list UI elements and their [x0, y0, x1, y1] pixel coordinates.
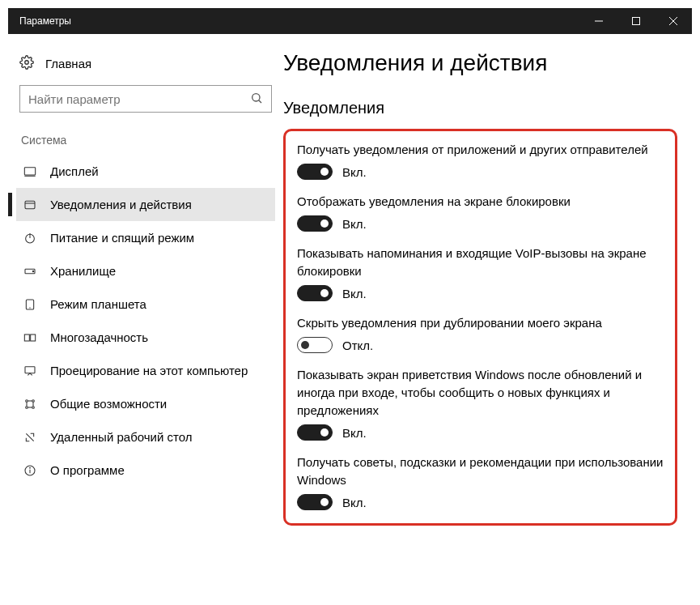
- about-icon: [23, 464, 37, 477]
- home-label: Главная: [45, 57, 91, 70]
- display-icon: [23, 165, 37, 178]
- svg-point-4: [25, 61, 29, 65]
- svg-point-5: [252, 93, 260, 100]
- toggle-state-text: Вкл.: [342, 217, 367, 231]
- svg-rect-9: [25, 201, 35, 208]
- sidebar-item-label: О программе: [50, 463, 125, 477]
- tablet-icon: [23, 298, 37, 311]
- category-label: Система: [16, 130, 275, 155]
- shared-icon: [23, 398, 37, 411]
- svg-rect-1: [633, 18, 640, 25]
- svg-rect-18: [31, 334, 36, 341]
- sidebar-item-multitasking[interactable]: Многозадачность: [16, 321, 275, 354]
- power-icon: [23, 232, 37, 245]
- sidebar-item-tablet[interactable]: Режим планшета: [16, 288, 275, 321]
- svg-rect-17: [24, 334, 29, 341]
- search-box[interactable]: [19, 85, 272, 113]
- toggle-welcome-screen[interactable]: [297, 424, 333, 441]
- sidebar-item-label: Общие возможности: [50, 397, 167, 411]
- title-bar: Параметры: [8, 8, 692, 34]
- setting-hide-when-duplicating: Скрыть уведомления при дублировании моег…: [297, 314, 664, 353]
- gear-icon: [19, 55, 34, 72]
- svg-point-22: [26, 406, 28, 408]
- setting-label: Получать уведомления от приложений и дру…: [297, 141, 664, 159]
- setting-label: Показывать экран приветствия Windows пос…: [297, 366, 664, 420]
- sidebar-item-label: Многозадачность: [50, 330, 148, 344]
- notifications-icon: [23, 198, 37, 211]
- sidebar-item-about[interactable]: О программе: [16, 454, 275, 487]
- highlighted-settings: Получать уведомления от приложений и дру…: [283, 129, 677, 526]
- svg-point-31: [30, 467, 31, 468]
- settings-window: Параметры Главная Си: [8, 8, 692, 597]
- toggle-state-text: Вкл.: [342, 426, 367, 440]
- toggle-state-text: Вкл.: [342, 165, 367, 179]
- svg-point-23: [32, 406, 35, 408]
- toggle-state-text: Откл.: [342, 339, 373, 352]
- window-title: Параметры: [19, 15, 71, 27]
- svg-point-20: [26, 399, 28, 402]
- svg-line-28: [26, 433, 33, 441]
- remote-icon: [23, 431, 37, 444]
- svg-rect-19: [25, 366, 35, 373]
- minimize-button[interactable]: [580, 8, 617, 34]
- section-title: Уведомления: [283, 99, 677, 117]
- sidebar-item-label: Режим планшета: [50, 297, 146, 311]
- toggle-state-text: Вкл.: [342, 287, 367, 300]
- storage-icon: [23, 265, 37, 278]
- svg-point-21: [32, 399, 35, 402]
- toggle-hide-when-duplicating[interactable]: [297, 337, 333, 353]
- toggle-voip-reminders[interactable]: [297, 285, 333, 301]
- content-area: Уведомления и действия Уведомления Получ…: [283, 34, 692, 597]
- sidebar-item-notifications[interactable]: Уведомления и действия: [16, 188, 275, 221]
- sidebar-item-shared[interactable]: Общие возможности: [16, 387, 275, 420]
- sidebar-item-label: Дисплей: [50, 164, 99, 178]
- sidebar-item-display[interactable]: Дисплей: [16, 155, 275, 188]
- setting-label: Получать советы, подсказки и рекомендаци…: [297, 454, 664, 489]
- search-icon: [250, 92, 263, 107]
- home-link[interactable]: Главная: [16, 50, 275, 80]
- projecting-icon: [23, 364, 37, 377]
- sidebar-item-projecting[interactable]: Проецирование на этот компьютер: [16, 354, 275, 387]
- toggle-lockscreen-notifications[interactable]: [297, 215, 333, 232]
- toggle-state-text: Вкл.: [342, 496, 367, 509]
- toggle-app-notifications[interactable]: [297, 164, 333, 180]
- search-input[interactable]: [28, 92, 250, 106]
- sidebar-item-label: Хранилище: [50, 264, 116, 278]
- svg-rect-7: [24, 167, 35, 174]
- svg-point-14: [32, 271, 33, 271]
- setting-voip-reminders: Показывать напоминания и входящие VoIP-в…: [297, 245, 664, 301]
- sidebar-item-remote[interactable]: Удаленный рабочий стол: [16, 420, 275, 454]
- sidebar-item-storage[interactable]: Хранилище: [16, 254, 275, 288]
- sidebar: Главная Система Дисплей Уведомления и де…: [8, 34, 283, 597]
- maximize-button[interactable]: [617, 8, 655, 34]
- sidebar-item-label: Уведомления и действия: [50, 198, 192, 211]
- setting-lockscreen-notifications: Отображать уведомления на экране блокиро…: [297, 193, 664, 232]
- sidebar-item-label: Питание и спящий режим: [50, 231, 194, 245]
- close-button[interactable]: [655, 8, 692, 34]
- setting-label: Отображать уведомления на экране блокиро…: [297, 193, 664, 211]
- page-title: Уведомления и действия: [283, 50, 677, 76]
- toggle-tips[interactable]: [297, 494, 333, 510]
- sidebar-item-label: Удаленный рабочий стол: [50, 430, 192, 444]
- setting-tips: Получать советы, подсказки и рекомендаци…: [297, 454, 664, 510]
- sidebar-item-power[interactable]: Питание и спящий режим: [16, 221, 275, 254]
- multitasking-icon: [23, 331, 37, 344]
- setting-welcome-screen: Показывать экран приветствия Windows пос…: [297, 366, 664, 441]
- setting-label: Показывать напоминания и входящие VoIP-в…: [297, 245, 664, 280]
- svg-line-6: [259, 100, 261, 102]
- setting-app-notifications: Получать уведомления от приложений и дру…: [297, 141, 664, 180]
- setting-label: Скрыть уведомления при дублировании моег…: [297, 314, 664, 332]
- sidebar-item-label: Проецирование на этот компьютер: [50, 364, 248, 377]
